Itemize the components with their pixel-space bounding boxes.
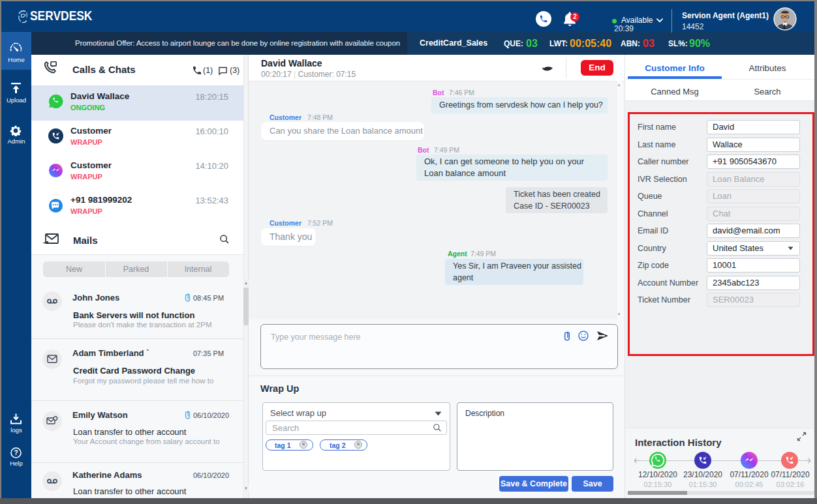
svg-text:?: ? [14,449,18,456]
